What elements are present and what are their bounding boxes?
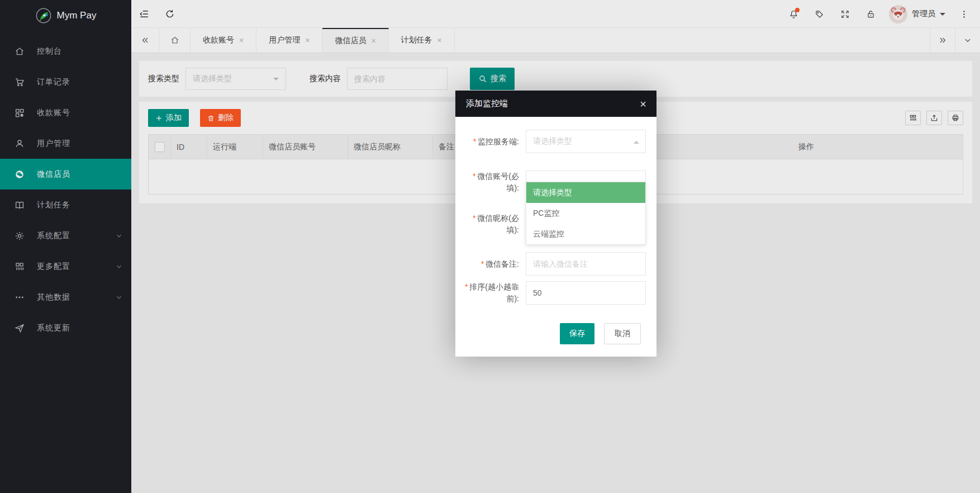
dialog-header: 添加监控端 ×: [455, 91, 656, 117]
save-button[interactable]: 保存: [560, 323, 594, 344]
monitor-server-select[interactable]: 请选择类型: [526, 130, 646, 153]
sort-order-input[interactable]: [526, 281, 646, 305]
field-label: *排序(越小越靠前):: [464, 281, 519, 305]
dropdown-option-cloud-monitor[interactable]: 云端监控: [526, 224, 645, 244]
dialog-footer: 保存 取消: [464, 305, 646, 344]
dialog-title: 添加监控端: [466, 98, 508, 109]
field-label: *微信备注:: [464, 258, 519, 270]
dialog-body: *监控服务端: 请选择类型 *微信账号(必填): *微信昵称(必填): *微信备…: [455, 117, 656, 344]
monitor-server-dropdown: 请选择类型 PC监控 云端监控: [526, 182, 646, 245]
select-arrow-up-icon: [634, 138, 639, 144]
field-wechat-remark: *微信备注:: [464, 252, 646, 276]
field-label: *监控服务端:: [464, 136, 519, 148]
dropdown-option-pc-monitor[interactable]: PC监控: [526, 203, 645, 224]
monitor-server-placeholder: 请选择类型: [533, 136, 572, 146]
field-label: *微信账号(必填):: [464, 170, 519, 194]
close-icon[interactable]: ×: [640, 98, 646, 110]
field-label: *微信昵称(必填):: [464, 212, 519, 236]
add-monitor-dialog: 添加监控端 × *监控服务端: 请选择类型 *微信账号(必填): *微信昵称(必…: [455, 91, 656, 357]
field-monitor-server: *监控服务端: 请选择类型: [464, 130, 646, 153]
field-sort-order: *排序(越小越靠前):: [464, 281, 646, 305]
dropdown-option-placeholder[interactable]: 请选择类型: [526, 182, 645, 203]
wechat-remark-input[interactable]: [526, 252, 646, 276]
cancel-button[interactable]: 取消: [604, 323, 641, 344]
